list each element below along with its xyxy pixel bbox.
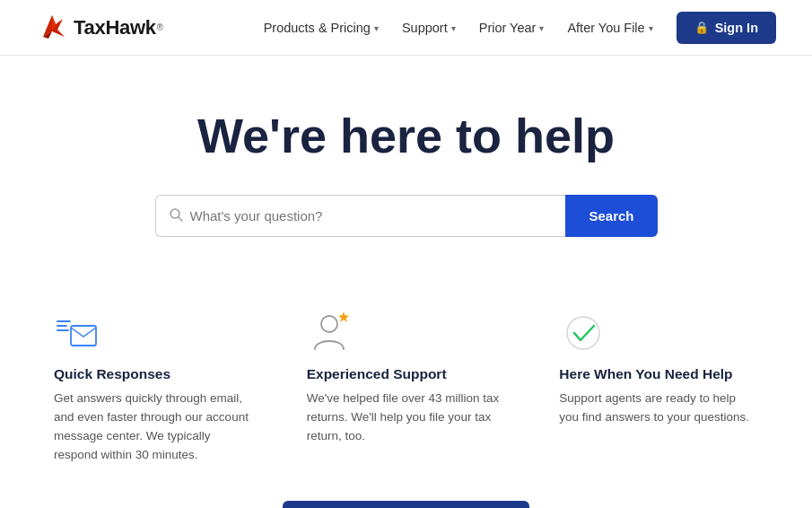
nav-after-you-file[interactable]: After You File ▾ xyxy=(558,13,661,42)
logo-superscript: ® xyxy=(157,22,163,32)
feature-quick-responses-desc: Get answers quickly through email, and e… xyxy=(54,390,253,465)
email-icon xyxy=(55,313,101,353)
feature-experienced-support-title: Experienced Support xyxy=(307,366,506,382)
feature-quick-responses: Quick Responses Get answers quickly thro… xyxy=(54,309,253,465)
chevron-down-icon: ▾ xyxy=(649,23,653,33)
nav-products-pricing[interactable]: Products & Pricing ▾ xyxy=(255,13,388,42)
feature-here-when-needed-title: Here When You Need Help xyxy=(559,366,758,382)
feature-here-when-needed: Here When You Need Help Support agents a… xyxy=(559,309,758,465)
chevron-down-icon: ▾ xyxy=(539,23,544,33)
feature-quick-responses-title: Quick Responses xyxy=(54,366,253,382)
nav-support[interactable]: Support ▾ xyxy=(393,13,465,42)
svg-rect-2 xyxy=(57,320,71,322)
contact-support-section: Contact Support → xyxy=(0,483,812,508)
chevron-down-icon: ▾ xyxy=(451,23,456,33)
here-when-needed-icon-wrap xyxy=(559,309,607,357)
quick-responses-icon-wrap xyxy=(54,309,102,357)
nav-prior-year[interactable]: Prior Year ▾ xyxy=(470,13,554,42)
features-section: Quick Responses Get answers quickly thro… xyxy=(0,282,812,483)
experienced-support-icon-wrap xyxy=(307,309,355,357)
hero-section: We're here to help Search xyxy=(0,56,812,282)
search-input[interactable] xyxy=(190,196,554,236)
svg-marker-7 xyxy=(338,311,349,322)
svg-rect-5 xyxy=(71,326,96,346)
svg-point-8 xyxy=(567,317,599,349)
svg-line-1 xyxy=(179,217,182,221)
hero-title: We're here to help xyxy=(36,109,776,162)
search-button[interactable]: Search xyxy=(565,195,657,237)
feature-experienced-support: Experienced Support We've helped file ov… xyxy=(307,309,506,465)
svg-point-6 xyxy=(321,316,337,332)
chevron-down-icon: ▾ xyxy=(374,23,379,33)
search-icon xyxy=(169,207,183,224)
sign-in-button[interactable]: 🔒 Sign In xyxy=(677,12,776,44)
logo-text: TaxHawk xyxy=(74,16,156,39)
feature-here-when-needed-desc: Support agents are ready to help you fin… xyxy=(559,390,758,427)
search-row: Search xyxy=(155,195,658,237)
nav-links: Products & Pricing ▾ Support ▾ Prior Yea… xyxy=(255,13,662,42)
person-star-icon xyxy=(311,310,351,356)
logo[interactable]: TaxHawk ® xyxy=(36,12,163,44)
search-box xyxy=(155,195,566,237)
svg-rect-3 xyxy=(57,325,67,327)
contact-support-button[interactable]: Contact Support → xyxy=(283,501,529,508)
lock-icon: 🔒 xyxy=(694,21,709,34)
svg-rect-4 xyxy=(57,329,69,331)
feature-experienced-support-desc: We've helped file over 43 million tax re… xyxy=(307,390,506,446)
checkmark-icon xyxy=(563,313,603,353)
navbar: TaxHawk ® Products & Pricing ▾ Support ▾… xyxy=(0,0,812,56)
logo-icon xyxy=(36,12,68,44)
